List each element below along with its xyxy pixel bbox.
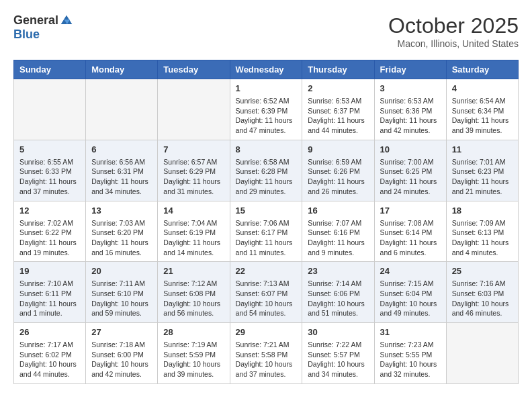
table-row: 31Sunrise: 7:23 AM Sunset: 5:55 PM Dayli… [374, 323, 446, 384]
day-info: Sunrise: 6:59 AM Sunset: 6:26 PM Dayligh… [308, 157, 368, 197]
header-thursday: Thursday [302, 60, 374, 79]
day-info: Sunrise: 6:58 AM Sunset: 6:28 PM Dayligh… [236, 157, 297, 197]
day-number: 26 [19, 327, 80, 337]
day-info: Sunrise: 7:00 AM Sunset: 6:25 PM Dayligh… [380, 157, 441, 197]
logo-general: General [13, 13, 58, 28]
calendar-header-row: Sunday Monday Tuesday Wednesday Thursday… [14, 60, 519, 79]
day-info: Sunrise: 7:23 AM Sunset: 5:55 PM Dayligh… [380, 340, 441, 379]
table-row: 7Sunrise: 6:57 AM Sunset: 6:29 PM Daylig… [158, 140, 230, 201]
logo: General Blue [13, 13, 73, 42]
table-row: 21Sunrise: 7:12 AM Sunset: 6:08 PM Dayli… [158, 262, 230, 323]
day-number: 5 [19, 144, 80, 154]
header-saturday: Saturday [446, 60, 518, 79]
month-title: October 2025 [388, 13, 519, 38]
table-row: 6Sunrise: 6:56 AM Sunset: 6:31 PM Daylig… [86, 140, 158, 201]
day-number: 11 [452, 144, 513, 154]
calendar-week-row: 12Sunrise: 7:02 AM Sunset: 6:22 PM Dayli… [14, 201, 519, 262]
day-info: Sunrise: 6:53 AM Sunset: 6:36 PM Dayligh… [380, 96, 441, 136]
table-row: 9Sunrise: 6:59 AM Sunset: 6:26 PM Daylig… [302, 140, 374, 201]
table-row: 13Sunrise: 7:03 AM Sunset: 6:20 PM Dayli… [86, 201, 158, 262]
table-row: 26Sunrise: 7:17 AM Sunset: 6:02 PM Dayli… [14, 323, 86, 384]
table-row: 8Sunrise: 6:58 AM Sunset: 6:28 PM Daylig… [230, 140, 302, 201]
logo-icon [60, 14, 73, 28]
table-row: 17Sunrise: 7:08 AM Sunset: 6:14 PM Dayli… [374, 201, 446, 262]
day-number: 18 [452, 205, 513, 216]
table-row: 22Sunrise: 7:13 AM Sunset: 6:07 PM Dayli… [230, 262, 302, 323]
day-info: Sunrise: 6:52 AM Sunset: 6:39 PM Dayligh… [236, 96, 297, 136]
day-info: Sunrise: 7:01 AM Sunset: 6:23 PM Dayligh… [452, 157, 513, 197]
day-number: 9 [308, 144, 368, 154]
day-number: 13 [91, 205, 152, 216]
location: Macon, Illinois, United States [388, 38, 519, 49]
day-number: 31 [380, 327, 441, 337]
day-number: 16 [308, 205, 368, 216]
table-row: 24Sunrise: 7:15 AM Sunset: 6:04 PM Dayli… [374, 262, 446, 323]
page-header: General Blue October 2025 Macon, Illinoi… [13, 13, 519, 49]
day-number: 23 [308, 266, 368, 276]
day-number: 29 [236, 327, 297, 337]
day-number: 22 [236, 266, 297, 276]
day-info: Sunrise: 7:13 AM Sunset: 6:07 PM Dayligh… [236, 279, 297, 318]
calendar-week-row: 26Sunrise: 7:17 AM Sunset: 6:02 PM Dayli… [14, 323, 519, 384]
day-info: Sunrise: 7:04 AM Sunset: 6:19 PM Dayligh… [163, 218, 224, 258]
header-tuesday: Tuesday [158, 60, 230, 79]
day-number: 10 [380, 144, 441, 154]
table-row [446, 323, 518, 384]
day-info: Sunrise: 7:21 AM Sunset: 5:58 PM Dayligh… [236, 340, 297, 379]
day-info: Sunrise: 6:57 AM Sunset: 6:29 PM Dayligh… [163, 157, 224, 197]
table-row [158, 79, 230, 140]
calendar-week-row: 5Sunrise: 6:55 AM Sunset: 6:33 PM Daylig… [14, 140, 519, 201]
day-info: Sunrise: 6:54 AM Sunset: 6:34 PM Dayligh… [452, 96, 513, 136]
calendar-week-row: 1Sunrise: 6:52 AM Sunset: 6:39 PM Daylig… [14, 79, 519, 140]
table-row: 4Sunrise: 6:54 AM Sunset: 6:34 PM Daylig… [446, 79, 518, 140]
table-row: 28Sunrise: 7:19 AM Sunset: 5:59 PM Dayli… [158, 323, 230, 384]
day-info: Sunrise: 7:16 AM Sunset: 6:03 PM Dayligh… [452, 279, 513, 318]
day-number: 21 [163, 266, 224, 276]
day-number: 7 [163, 144, 224, 154]
day-info: Sunrise: 7:18 AM Sunset: 6:00 PM Dayligh… [91, 340, 152, 379]
day-number: 15 [236, 205, 297, 216]
table-row: 25Sunrise: 7:16 AM Sunset: 6:03 PM Dayli… [446, 262, 518, 323]
table-row: 16Sunrise: 7:07 AM Sunset: 6:16 PM Dayli… [302, 201, 374, 262]
table-row: 23Sunrise: 7:14 AM Sunset: 6:06 PM Dayli… [302, 262, 374, 323]
title-section: October 2025 Macon, Illinois, United Sta… [388, 13, 519, 49]
day-number: 30 [308, 327, 368, 337]
table-row: 30Sunrise: 7:22 AM Sunset: 5:57 PM Dayli… [302, 323, 374, 384]
day-info: Sunrise: 6:55 AM Sunset: 6:33 PM Dayligh… [19, 157, 80, 197]
header-monday: Monday [86, 60, 158, 79]
day-number: 19 [19, 266, 80, 276]
table-row: 3Sunrise: 6:53 AM Sunset: 6:36 PM Daylig… [374, 79, 446, 140]
day-number: 25 [452, 266, 513, 276]
day-number: 1 [236, 83, 297, 93]
table-row: 12Sunrise: 7:02 AM Sunset: 6:22 PM Dayli… [14, 201, 86, 262]
day-info: Sunrise: 7:12 AM Sunset: 6:08 PM Dayligh… [163, 279, 224, 318]
table-row: 29Sunrise: 7:21 AM Sunset: 5:58 PM Dayli… [230, 323, 302, 384]
day-number: 4 [452, 83, 513, 93]
calendar: Sunday Monday Tuesday Wednesday Thursday… [13, 60, 519, 384]
day-info: Sunrise: 7:06 AM Sunset: 6:17 PM Dayligh… [236, 218, 297, 258]
table-row: 2Sunrise: 6:53 AM Sunset: 6:37 PM Daylig… [302, 79, 374, 140]
day-info: Sunrise: 7:15 AM Sunset: 6:04 PM Dayligh… [380, 279, 441, 318]
day-info: Sunrise: 6:56 AM Sunset: 6:31 PM Dayligh… [91, 157, 152, 197]
day-info: Sunrise: 7:07 AM Sunset: 6:16 PM Dayligh… [308, 218, 368, 258]
day-number: 27 [91, 327, 152, 337]
header-wednesday: Wednesday [230, 60, 302, 79]
day-info: Sunrise: 7:11 AM Sunset: 6:10 PM Dayligh… [91, 279, 152, 318]
day-info: Sunrise: 7:17 AM Sunset: 6:02 PM Dayligh… [19, 340, 80, 379]
calendar-week-row: 19Sunrise: 7:10 AM Sunset: 6:11 PM Dayli… [14, 262, 519, 323]
day-number: 2 [308, 83, 368, 93]
day-info: Sunrise: 6:53 AM Sunset: 6:37 PM Dayligh… [308, 96, 368, 136]
day-info: Sunrise: 7:10 AM Sunset: 6:11 PM Dayligh… [19, 279, 80, 318]
table-row: 27Sunrise: 7:18 AM Sunset: 6:00 PM Dayli… [86, 323, 158, 384]
day-number: 28 [163, 327, 224, 337]
table-row: 19Sunrise: 7:10 AM Sunset: 6:11 PM Dayli… [14, 262, 86, 323]
day-number: 6 [91, 144, 152, 154]
table-row [86, 79, 158, 140]
day-info: Sunrise: 7:03 AM Sunset: 6:20 PM Dayligh… [91, 218, 152, 258]
table-row: 11Sunrise: 7:01 AM Sunset: 6:23 PM Dayli… [446, 140, 518, 201]
table-row: 20Sunrise: 7:11 AM Sunset: 6:10 PM Dayli… [86, 262, 158, 323]
day-info: Sunrise: 7:19 AM Sunset: 5:59 PM Dayligh… [163, 340, 224, 379]
day-info: Sunrise: 7:02 AM Sunset: 6:22 PM Dayligh… [19, 218, 80, 258]
table-row: 18Sunrise: 7:09 AM Sunset: 6:13 PM Dayli… [446, 201, 518, 262]
day-number: 24 [380, 266, 441, 276]
